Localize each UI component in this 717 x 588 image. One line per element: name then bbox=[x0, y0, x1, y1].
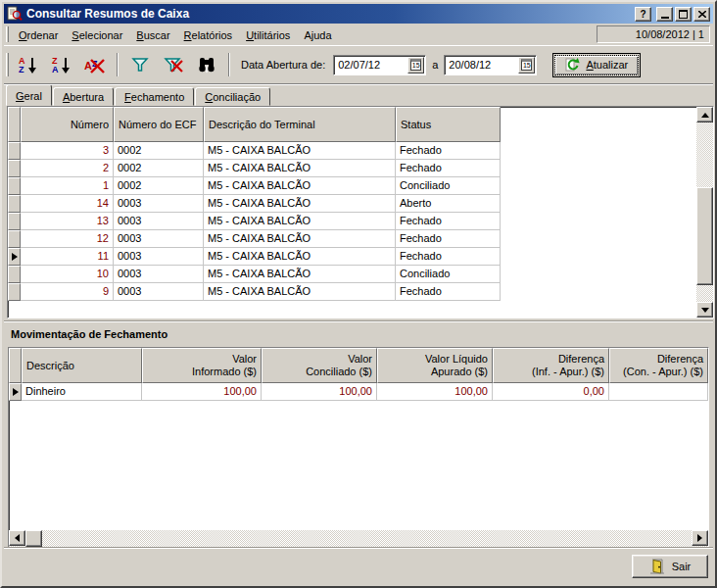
table-row[interactable]: 14 0003 M5 - CAIXA BALCÃO Aberto bbox=[8, 195, 713, 213]
calendar-button[interactable]: 15 bbox=[407, 57, 424, 74]
menu-ordenar[interactable]: Ordenar bbox=[12, 25, 65, 44]
date-to-field[interactable]: 20/08/12 15 bbox=[444, 55, 537, 75]
calendar-icon: 15 bbox=[410, 59, 421, 71]
movement-panel: Movimentação de Fechamento Descrição Val… bbox=[4, 320, 713, 551]
menu-grip[interactable] bbox=[6, 26, 9, 42]
scroll-down-button[interactable] bbox=[696, 302, 713, 318]
row-indicator bbox=[8, 142, 21, 160]
menu-buscar[interactable]: Buscar bbox=[129, 25, 176, 44]
arrow-left-icon bbox=[15, 534, 20, 542]
date-from-value: 02/07/12 bbox=[338, 59, 407, 71]
cell-numero: 14 bbox=[21, 195, 114, 213]
svg-text:A: A bbox=[84, 60, 92, 72]
menu-selecionar[interactable]: Selecionar bbox=[65, 25, 129, 44]
toolbar-grip[interactable] bbox=[6, 53, 9, 76]
session-date-panel: 10/08/2012 | 1 bbox=[597, 25, 710, 43]
svg-text:A: A bbox=[52, 65, 59, 74]
grid-corner-cell bbox=[8, 107, 21, 142]
filter-icon bbox=[131, 56, 149, 74]
cell-terminal: M5 - CAIXA BALCÃO bbox=[204, 248, 396, 266]
column-header-numero[interactable]: Número bbox=[21, 107, 114, 142]
cell-numero: 3 bbox=[21, 142, 114, 160]
cell-terminal: M5 - CAIXA BALCÃO bbox=[204, 142, 396, 160]
table-row[interactable]: 13 0003 M5 - CAIXA BALCÃO Fechado bbox=[8, 213, 713, 230]
cell-terminal: M5 - CAIXA BALCÃO bbox=[204, 230, 396, 248]
column-header-valor-informado[interactable]: ValorInformado ($) bbox=[142, 348, 262, 383]
cell-ecf: 0003 bbox=[114, 266, 204, 283]
cell-valor-liquido: 100,00 bbox=[377, 383, 493, 401]
sair-button[interactable]: Sair bbox=[632, 555, 708, 578]
table-row[interactable]: 1 0002 M5 - CAIXA BALCÃO Conciliado bbox=[8, 177, 713, 195]
tab-fechamento[interactable]: Fechamento bbox=[115, 87, 194, 106]
movement-row-current[interactable]: Dinheiro 100,00 100,00 100,00 0,00 bbox=[9, 383, 708, 401]
binoculars-icon bbox=[197, 56, 216, 74]
tab-abertura[interactable]: Abertura bbox=[53, 87, 114, 106]
cell-ecf: 0003 bbox=[114, 283, 204, 301]
row-indicator bbox=[8, 230, 21, 248]
date-from-field[interactable]: 02/07/12 15 bbox=[333, 55, 426, 75]
clear-sort-button[interactable]: Z A bbox=[80, 51, 110, 78]
help-button[interactable]: ? bbox=[635, 7, 651, 22]
horizontal-scrollbar[interactable] bbox=[9, 530, 708, 547]
resumos-grid: Número Número do ECF Descrição do Termin… bbox=[7, 106, 714, 318]
column-header-valor-liquido[interactable]: Valor LíquidoApurado ($) bbox=[377, 348, 493, 383]
help-icon: ? bbox=[640, 9, 645, 20]
scroll-left-button[interactable] bbox=[9, 530, 25, 546]
arrow-right-icon bbox=[697, 534, 702, 542]
grid-corner-cell bbox=[9, 348, 22, 383]
horizontal-scrollbar-thumb[interactable] bbox=[25, 530, 42, 547]
column-header-status[interactable]: Status bbox=[396, 107, 501, 142]
cell-status: Fechado bbox=[396, 160, 501, 177]
row-indicator bbox=[8, 160, 21, 177]
table-row[interactable]: 3 0002 M5 - CAIXA BALCÃO Fechado bbox=[8, 142, 713, 160]
sort-ascending-button[interactable]: A Z bbox=[14, 51, 43, 78]
cell-terminal: M5 - CAIXA BALCÃO bbox=[204, 283, 396, 301]
table-row[interactable]: 12 0003 M5 - CAIXA BALCÃO Fechado bbox=[8, 230, 713, 248]
vertical-scrollbar[interactable] bbox=[696, 107, 713, 318]
row-indicator bbox=[8, 213, 21, 230]
sort-descending-button[interactable]: Z A bbox=[47, 51, 76, 78]
scroll-up-button[interactable] bbox=[696, 107, 713, 122]
calendar-button[interactable]: 15 bbox=[518, 57, 535, 74]
find-button[interactable] bbox=[192, 51, 221, 78]
maximize-button[interactable] bbox=[675, 7, 692, 22]
minimize-icon bbox=[661, 17, 669, 19]
minimize-button[interactable] bbox=[656, 7, 673, 22]
tab-conciliacao[interactable]: Conciliação bbox=[195, 87, 270, 106]
table-row[interactable]: 10 0003 M5 - CAIXA BALCÃO Conciliado bbox=[8, 266, 713, 283]
column-header-diferenca-inf[interactable]: Diferença(Inf. - Apur.) ($) bbox=[493, 348, 609, 383]
cell-ecf: 0003 bbox=[114, 195, 204, 213]
table-row[interactable]: 9 0003 M5 - CAIXA BALCÃO Fechado bbox=[8, 283, 713, 301]
column-header-descricao[interactable]: Descrição bbox=[22, 348, 142, 383]
column-header-ecf[interactable]: Número do ECF bbox=[114, 107, 204, 142]
menu-relatorios[interactable]: Relatórios bbox=[177, 25, 240, 44]
refresh-icon bbox=[565, 57, 581, 73]
column-header-diferenca-con[interactable]: Diferença(Con. - Apur.) ($) bbox=[609, 348, 708, 383]
menu-utilitarios[interactable]: Utilitários bbox=[239, 25, 297, 44]
toolbar-separator bbox=[117, 53, 119, 76]
menu-ajuda[interactable]: Ajuda bbox=[297, 25, 338, 44]
cell-ecf: 0003 bbox=[114, 248, 204, 266]
column-header-valor-conciliado[interactable]: ValorConciliado ($) bbox=[262, 348, 377, 383]
column-header-terminal[interactable]: Descrição do Terminal bbox=[204, 107, 396, 142]
cell-ecf: 0003 bbox=[114, 213, 204, 230]
close-button[interactable] bbox=[693, 7, 710, 22]
atualizar-button[interactable]: Atualizar bbox=[552, 53, 641, 77]
cell-status: Fechado bbox=[396, 283, 501, 301]
close-icon bbox=[698, 11, 706, 18]
tab-geral[interactable]: Geral bbox=[6, 84, 52, 106]
scroll-right-button[interactable] bbox=[692, 530, 708, 546]
clear-filter-button[interactable] bbox=[159, 51, 188, 78]
row-indicator bbox=[8, 266, 21, 283]
window-controls: ? bbox=[633, 7, 713, 22]
row-indicator bbox=[8, 177, 21, 195]
filter-button[interactable] bbox=[125, 51, 155, 78]
toolbar-separator bbox=[228, 53, 230, 76]
vertical-scrollbar-thumb[interactable] bbox=[696, 187, 713, 285]
cell-ecf: 0002 bbox=[114, 142, 204, 160]
table-row[interactable]: 2 0002 M5 - CAIXA BALCÃO Fechado bbox=[8, 160, 713, 177]
current-row-arrow-icon bbox=[13, 388, 19, 396]
row-indicator bbox=[8, 195, 21, 213]
movement-header-row: Descrição ValorInformado ($) ValorConcil… bbox=[9, 348, 708, 383]
table-row-current[interactable]: 11 0003 M5 - CAIXA BALCÃO Fechado bbox=[8, 248, 713, 266]
